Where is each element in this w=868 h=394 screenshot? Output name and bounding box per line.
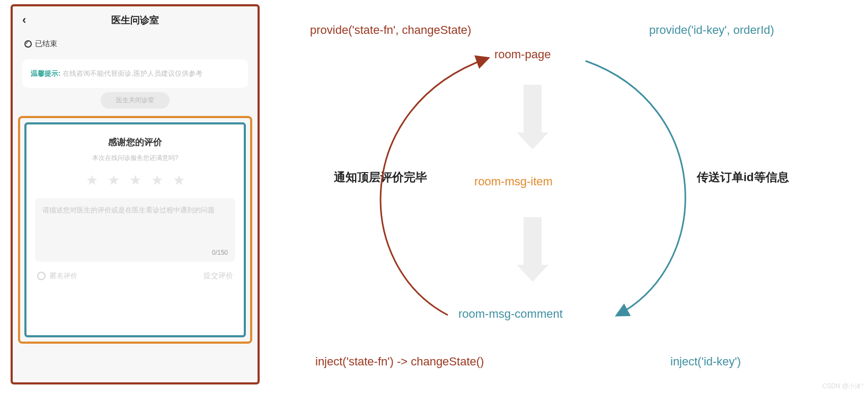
component-diagram: provide('state-fn', changeState) provide…: [289, 0, 861, 394]
back-icon[interactable]: ‹: [22, 13, 35, 27]
rating-stars[interactable]: ★ ★ ★ ★ ★: [35, 172, 235, 189]
down-arrow-icon: [517, 217, 548, 282]
comment-textarea[interactable]: 请描述您对医生的评价或是在医生看诊过程中遇到的问题 0/150: [35, 198, 235, 262]
star-icon[interactable]: ★: [173, 172, 185, 189]
provide-state-fn-label: provide('state-fn', changeState): [310, 23, 471, 37]
navbar: ‹ 医生问诊室: [13, 6, 258, 34]
comment-footer: 匿名评价 提交评价: [35, 271, 235, 281]
check-circle-icon: [24, 40, 32, 48]
tip-label: 温馨提示:: [31, 69, 60, 77]
room-msg-comment-frame: 感谢您的评价 本次在线问诊服务您还满意吗? ★ ★ ★ ★ ★ 请描述您对医生的…: [24, 122, 246, 337]
tip-text: 在线咨询不能代替面诊,医护人员建议仅供参考: [63, 69, 202, 77]
watermark: CSDN @小沐°: [822, 382, 864, 391]
textarea-placeholder: 请描述您对医生的评价或是在医生看诊过程中遇到的问题: [42, 206, 215, 214]
radio-icon[interactable]: [37, 272, 46, 280]
node-room-msg-comment: room-msg-comment: [458, 307, 563, 321]
comment-title: 感谢您的评价: [35, 136, 235, 148]
star-icon[interactable]: ★: [151, 172, 163, 189]
inject-id-key-label: inject('id-key'): [670, 355, 741, 369]
star-icon[interactable]: ★: [108, 172, 120, 189]
down-arrow-icon: [517, 85, 548, 149]
char-counter: 0/150: [212, 249, 228, 256]
tip-card: 温馨提示: 在线咨询不能代替面诊,医护人员建议仅供参考: [22, 59, 248, 88]
provide-id-key-label: provide('id-key', orderId): [649, 23, 774, 37]
page-title: 医生问诊室: [35, 14, 235, 26]
star-icon[interactable]: ★: [129, 172, 141, 189]
comment-subtitle: 本次在线问诊服务您还满意吗?: [35, 154, 235, 163]
star-icon[interactable]: ★: [86, 172, 98, 189]
anonymous-label: 匿名评价: [50, 271, 77, 281]
anonymous-toggle[interactable]: 匿名评价: [37, 271, 77, 281]
node-room-page: room-page: [494, 48, 551, 61]
closed-pill: 医生关闭诊室: [101, 92, 170, 109]
curve-arrows: [289, 0, 861, 394]
inject-state-fn-label: inject('state-fn') -> changeState(): [315, 355, 484, 369]
room-msg-item-frame: 感谢您的评价 本次在线问诊服务您还满意吗? ★ ★ ★ ★ ★ 请描述您对医生的…: [18, 116, 252, 344]
consult-status: 已结束: [13, 34, 258, 52]
notify-top-label: 通知顶层评价完毕: [334, 169, 427, 185]
node-room-msg-item: room-msg-item: [474, 175, 553, 189]
pass-order-id-label: 传送订单id等信息: [697, 169, 789, 185]
submit-button[interactable]: 提交评价: [203, 271, 233, 281]
room-page-frame: ‹ 医生问诊室 已结束 温馨提示: 在线咨询不能代替面诊,医护人员建议仅供参考 …: [11, 4, 260, 384]
status-text: 已结束: [35, 39, 57, 49]
